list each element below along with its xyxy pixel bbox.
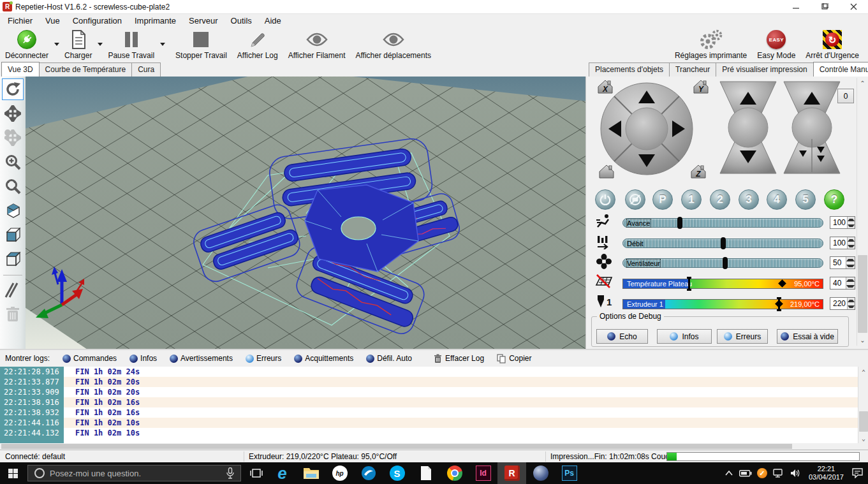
tray-network-icon[interactable] [770, 462, 787, 484]
isometric-view-tool[interactable] [2, 200, 24, 221]
move-view-tool[interactable] [2, 103, 24, 124]
pause-job-button[interactable]: Pause Travail [103, 27, 159, 61]
log-scroll-thumb[interactable] [859, 411, 868, 432]
taskbar-app-skype[interactable]: S [383, 462, 411, 484]
taskbar-app-photoshop[interactable]: Ps [555, 462, 584, 484]
home-y-button[interactable]: Y [694, 80, 708, 94]
feedrate-slider[interactable]: Avance [622, 218, 823, 228]
close-button[interactable] [839, 0, 868, 14]
bed-temp-value[interactable]: 40 [830, 277, 855, 290]
flow-slider[interactable]: Débit [622, 238, 823, 248]
disconnect-button[interactable]: Déconnecter [0, 27, 54, 61]
tab-vue-3d[interactable]: Vue 3D [1, 62, 40, 77]
home-z-button[interactable]: Z [691, 165, 705, 179]
feedrate-value[interactable]: 100 [830, 216, 855, 229]
debug-echo-toggle[interactable]: Echo [596, 329, 648, 344]
panel-scroll-up[interactable]: ⌃ [857, 78, 868, 89]
debug-dryrun-toggle[interactable]: Essai à vide [777, 329, 838, 344]
rotate-view-tool[interactable] [2, 78, 24, 100]
move-object-tool[interactable] [2, 127, 24, 149]
tab-previsualiser[interactable]: Pré visualiser impression [716, 62, 813, 77]
z-jog-control[interactable] [720, 82, 776, 173]
fan-down[interactable] [846, 263, 855, 268]
extruder-temp-thumb[interactable] [775, 300, 783, 308]
tab-cura[interactable]: Cura [131, 62, 161, 77]
load-dropdown[interactable] [97, 27, 103, 61]
load-button[interactable]: Charger [59, 27, 97, 61]
taskbar-app-browser-globe[interactable] [526, 462, 555, 484]
start-button[interactable] [0, 462, 26, 484]
debug-spinner[interactable]: 0 [837, 89, 854, 103]
bed-temp-thumb[interactable] [778, 279, 786, 288]
taskbar-app-indesign[interactable]: Id [469, 462, 497, 484]
preset-5-button[interactable]: 5 [795, 189, 816, 210]
log-scroll-up[interactable]: ⌃ [858, 367, 868, 378]
show-filament-button[interactable]: Afficher Filament [283, 27, 351, 61]
panel-scroll-down[interactable]: ⌄ [857, 335, 868, 346]
menu-aide[interactable]: Aide [258, 15, 288, 27]
power-button[interactable] [595, 189, 615, 210]
fan-slider[interactable]: Ventilateur [622, 258, 823, 268]
action-center-icon[interactable] [849, 462, 865, 484]
3d-viewport[interactable] [0, 77, 585, 349]
taskbar-app-notepad[interactable] [411, 462, 440, 484]
tray-chevron-icon[interactable] [721, 462, 737, 484]
taskbar-app-openoffice[interactable] [354, 462, 383, 484]
tray-battery-icon[interactable] [737, 462, 754, 484]
tab-controle-manuel[interactable]: Contrôle Manuel [813, 62, 868, 77]
disable-motors-button[interactable] [625, 189, 645, 210]
panel-scrollbar[interactable]: ⌃ ⌄ [857, 78, 867, 346]
tab-placements-objets[interactable]: Placements d'objets [589, 62, 670, 77]
top-view-tool[interactable] [2, 248, 24, 270]
printer-settings-button[interactable]: Réglages imprimante [670, 27, 752, 61]
bed-down[interactable] [846, 283, 855, 289]
flow-thumb[interactable] [721, 237, 726, 249]
menu-imprimante[interactable]: Imprimante [128, 15, 182, 27]
log-horizontal-scrollbar[interactable] [0, 443, 858, 450]
tray-antivirus-icon[interactable]: ✓ [754, 462, 770, 484]
bed-temp-slider[interactable]: Température Plateau 95,00°C [622, 279, 823, 289]
stop-job-button[interactable]: Stopper Travail [170, 27, 232, 61]
home-all-button[interactable] [600, 165, 614, 178]
minimize-button[interactable] [782, 0, 811, 14]
front-view-tool[interactable] [2, 224, 24, 246]
cortana-search-box[interactable]: Posez-moi une question. [27, 465, 241, 481]
log-autoscroll-toggle[interactable]: Défil. Auto [361, 352, 417, 365]
emergency-stop-button[interactable]: ↻ Arrêt d'Urgence [800, 27, 868, 61]
taskbar-clock[interactable]: 22:21 03/04/2017 [804, 465, 849, 481]
log-scrollbar[interactable]: ⌃ ⌄ [858, 367, 868, 443]
task-view-button[interactable] [245, 462, 268, 484]
copy-button[interactable]: Copier [492, 352, 536, 365]
help-button[interactable]: ? [824, 189, 844, 210]
maximize-button[interactable] [811, 0, 839, 14]
flow-down[interactable] [848, 243, 855, 249]
park-button[interactable]: P [652, 189, 673, 210]
show-travel-button[interactable]: Afficher déplacements [350, 27, 436, 61]
log-errors-toggle[interactable]: Erreurs [240, 352, 286, 365]
feedrate-thumb[interactable] [677, 217, 682, 229]
tray-volume-icon[interactable] [787, 462, 804, 484]
log-warnings-toggle[interactable]: Avertissements [165, 352, 238, 365]
microphone-icon[interactable] [226, 467, 234, 479]
xy-jog-pad[interactable] [601, 83, 693, 175]
zoom-in-tool[interactable] [2, 151, 24, 173]
extruder-jog-control[interactable] [784, 82, 840, 173]
pause-dropdown[interactable] [159, 27, 165, 61]
menu-configuration[interactable]: Configuration [66, 15, 128, 27]
preset-4-button[interactable]: 4 [767, 189, 787, 210]
debug-errors-toggle[interactable]: Erreurs [717, 329, 768, 344]
taskbar-app-edge[interactable]: e [268, 462, 297, 484]
feedrate-down[interactable] [848, 223, 855, 228]
preset-1-button[interactable]: 1 [681, 189, 702, 210]
fan-thumb[interactable] [723, 257, 728, 269]
disconnect-dropdown[interactable] [54, 27, 59, 61]
extruder-down[interactable] [848, 304, 855, 309]
taskbar-app-chrome[interactable] [440, 462, 469, 484]
fan-value[interactable]: 50 [830, 256, 855, 269]
log-view[interactable]: 22:21:28.916FIN 1h 02m 24s 22:21:33.877F… [0, 367, 868, 443]
menu-vue[interactable]: Vue [39, 15, 66, 27]
delete-object-tool[interactable] [2, 304, 24, 325]
extruder-up[interactable] [848, 298, 855, 304]
flow-value[interactable]: 100 [830, 237, 855, 249]
log-scroll-down[interactable]: ⌄ [858, 433, 868, 444]
